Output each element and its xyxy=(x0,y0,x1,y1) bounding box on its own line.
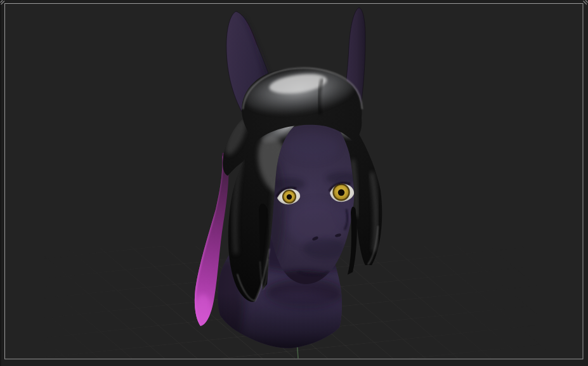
face-under-nose-shade xyxy=(303,239,346,259)
eye-right-pupil xyxy=(338,189,344,195)
viewport-3d[interactable] xyxy=(0,0,588,366)
screen-edge-shadow xyxy=(0,0,1,366)
face-forehead-light xyxy=(285,133,339,161)
eye-left-pupil xyxy=(287,194,292,199)
